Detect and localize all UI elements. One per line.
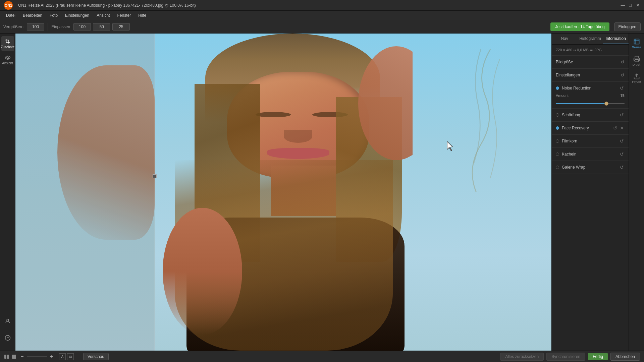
close-button[interactable]: ✕ <box>635 3 640 8</box>
fertig-button[interactable]: Fertig <box>588 353 608 360</box>
noise-label: Noise Reduction <box>562 86 616 90</box>
image-canvas <box>15 34 551 351</box>
preview-button[interactable]: Vorschau <box>83 353 109 360</box>
menu-fenster[interactable]: Fenster <box>114 12 135 19</box>
face-label: Face Recovery <box>562 126 610 130</box>
noise-reset-btn[interactable]: ↺ <box>619 85 625 91</box>
scharfung-label: Schärfung <box>562 113 616 117</box>
main-layout: Zuschnitt Ansicht ? <box>0 34 644 351</box>
bildgrosse-reset[interactable]: ↺ <box>621 59 625 65</box>
filmkorn-reset-btn[interactable]: ↺ <box>619 138 625 144</box>
maximize-button[interactable]: □ <box>628 3 633 8</box>
tab-nav[interactable]: Nav <box>552 34 577 44</box>
galerie-dot[interactable] <box>556 166 559 169</box>
section-face-recovery: Face Recovery ↺ ✕ <box>552 122 629 135</box>
filmkorn-actions: ↺ <box>619 138 625 144</box>
right-tool-resize[interactable]: Resize <box>630 36 643 51</box>
resize-label: Resize <box>632 46 641 49</box>
image-dimensions: 720 × 480 •• 0,0 MB ••• JPG <box>556 48 602 52</box>
menu-ansicht[interactable]: Ansicht <box>93 12 113 19</box>
einstellungen-header[interactable]: Einstellungen ↺ <box>556 71 625 79</box>
tool-ansicht[interactable]: Ansicht <box>1 52 14 67</box>
face-reset-btn[interactable]: ↺ <box>612 125 618 131</box>
synchronisieren-button[interactable]: Synchronisieren <box>546 353 585 361</box>
amount-slider[interactable] <box>556 103 625 104</box>
buy-button[interactable]: Jetzt kaufen · 14 Tage übrig <box>550 22 609 31</box>
lips <box>267 148 329 159</box>
svg-text:?: ? <box>7 336 9 340</box>
alles-zurucksetzen-button[interactable]: Alles zurücksetzen <box>500 353 544 361</box>
tab-histogramm[interactable]: Histogramm <box>577 34 603 44</box>
abbrechen-button[interactable]: Abbrechen <box>610 353 640 361</box>
section-filmkorn: Filmkorn ↺ <box>552 135 629 148</box>
filmkorn-dot[interactable] <box>556 139 559 143</box>
view-split-icon[interactable] <box>4 354 9 359</box>
image-info: 720 × 480 •• 0,0 MB ••• JPG <box>552 45 629 56</box>
kacheln-label: Kacheln <box>562 152 616 157</box>
filter-row-face: Face Recovery ↺ ✕ <box>556 124 625 132</box>
mask-icon[interactable]: ▤ <box>67 353 74 360</box>
bottom-center: Vorschau <box>83 353 109 360</box>
kacheln-dot[interactable] <box>556 153 559 156</box>
section-scharfung: Schärfung ↺ <box>552 109 629 122</box>
face-close-btn[interactable]: ✕ <box>619 125 625 131</box>
app-logo: ON1 <box>4 1 13 10</box>
bottom-right: Alles zurücksetzen Synchronisieren Ferti… <box>500 353 640 361</box>
section-noise-reduction: Noise Reduction ↺ Amount 75 <box>552 82 629 109</box>
menu-einstellungen[interactable]: Einstellungen <box>62 12 93 19</box>
kacheln-reset-btn[interactable]: ↺ <box>619 152 625 157</box>
scharfung-dot[interactable] <box>556 113 559 117</box>
menu-datei[interactable]: Datei <box>3 12 19 19</box>
split-handle[interactable] <box>153 174 157 178</box>
minimize-button[interactable]: — <box>621 3 625 8</box>
noise-actions: ↺ <box>619 85 625 91</box>
user-icon-btn[interactable] <box>1 314 14 328</box>
face-dot[interactable] <box>556 126 559 130</box>
section-einstellungen: Einstellungen ↺ <box>552 69 629 82</box>
right-tool-druck[interactable]: Druck <box>630 54 643 68</box>
view-icon <box>5 55 11 61</box>
svg-rect-5 <box>634 39 639 44</box>
user-icon <box>5 318 11 324</box>
kacheln-actions: ↺ <box>619 152 625 157</box>
login-button[interactable]: Einloggen <box>614 22 641 31</box>
toolbar-value3[interactable] <box>112 23 130 31</box>
bottom-left: − + A ▤ <box>4 353 74 360</box>
scharfung-reset-btn[interactable]: ↺ <box>619 112 625 118</box>
galerie-reset-btn[interactable]: ↺ <box>619 165 625 170</box>
menu-hilfe[interactable]: Hilfe <box>135 12 150 19</box>
view-single-icon[interactable] <box>11 354 17 359</box>
zoom-plus[interactable]: + <box>48 354 55 360</box>
title-bar: ON1 ON1 Resize AI 2023 (Frau sehr kleine… <box>0 0 644 11</box>
tool-zuschnitt[interactable]: Zuschnitt <box>1 36 14 51</box>
split-divider[interactable] <box>155 34 155 351</box>
right-panel: Nav Histogramm Information 720 × 480 •• … <box>551 34 629 351</box>
svg-rect-10 <box>12 355 16 359</box>
toolbar-separator-1 <box>48 23 48 31</box>
noise-dot[interactable] <box>556 86 559 90</box>
menu-foto[interactable]: Foto <box>46 12 61 19</box>
scharfung-actions: ↺ <box>619 112 625 118</box>
einpassen-input[interactable] <box>73 23 91 31</box>
einstellungen-title: Einstellungen <box>556 73 580 77</box>
image-left-portion <box>15 34 155 351</box>
section-bildgrosse: Bildgröße ↺ <box>552 56 629 69</box>
toolbar-value2[interactable] <box>93 23 110 31</box>
bottom-bar: − + A ▤ Vorschau Alles zurücksetzen Sync… <box>0 351 644 362</box>
menu-bearbeiten[interactable]: Bearbeiten <box>19 12 46 19</box>
canvas-area[interactable] <box>15 34 551 351</box>
right-tool-export[interactable]: Export <box>630 71 643 86</box>
vergrossern-input[interactable] <box>27 23 44 31</box>
zoom-minus[interactable]: − <box>19 354 25 360</box>
tab-information[interactable]: Information <box>603 34 629 44</box>
text-icon[interactable]: A <box>59 353 66 360</box>
crop-icon <box>5 39 11 45</box>
nose <box>284 130 312 143</box>
arm-left <box>57 65 155 240</box>
galerie-label: Galerie Wrap <box>562 165 616 170</box>
filter-row-scharfung: Schärfung ↺ <box>556 111 625 119</box>
bildgrosse-header[interactable]: Bildgröße ↺ <box>556 58 625 66</box>
help-icon-btn[interactable]: ? <box>1 330 14 345</box>
amount-value: 75 <box>621 94 625 98</box>
einstellungen-reset[interactable]: ↺ <box>621 72 625 78</box>
